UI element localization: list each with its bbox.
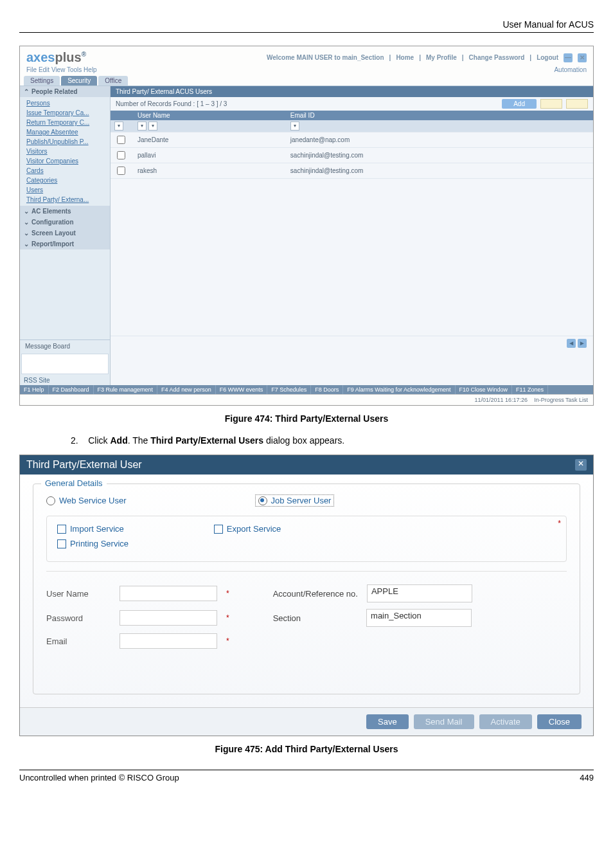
email-input[interactable] xyxy=(120,633,217,649)
third-party-user-dialog: Third Party/External User ✕ General Deta… xyxy=(19,455,594,736)
tab-settings[interactable]: Settings xyxy=(24,76,60,86)
f4-add-person[interactable]: F4 Add new person xyxy=(157,385,216,394)
top-links: Welcome MAIN USER to main_Section | Home… xyxy=(267,53,587,62)
checkbox-export[interactable]: Export Service xyxy=(214,524,281,534)
f10-close[interactable]: F10 Close Window xyxy=(456,385,513,394)
account-input[interactable]: APPLE xyxy=(367,584,472,602)
sidebar-item-visitor-companies[interactable]: Visitor Companies xyxy=(20,156,110,166)
chevron-icon[interactable]: ⌄ xyxy=(24,240,29,248)
radio-web-service[interactable]: Web Service User xyxy=(46,494,127,507)
change-password-link[interactable]: Change Password xyxy=(469,54,525,61)
f9-alarms[interactable]: F9 Alarms Waiting for Acknowledgement xyxy=(343,385,455,394)
username-label: User Name xyxy=(46,589,111,599)
expand-icon[interactable]: ⌃ xyxy=(24,88,29,95)
sidebar-item-publish[interactable]: Publish/Unpublish P... xyxy=(20,137,110,147)
sidebar-item-issue-temp[interactable]: Issue Temporary Ca... xyxy=(20,108,110,118)
timestamp: 11/01/2011 16:17:26 xyxy=(475,397,528,403)
required-icon: * xyxy=(558,519,561,528)
footer-left: Uncontrolled when printed © RISCO Group xyxy=(19,773,179,782)
panel-title: Third Party/ External ACUS Users xyxy=(111,86,593,97)
section-input[interactable]: main_Section xyxy=(366,609,472,627)
col-email[interactable]: Email ID xyxy=(287,111,593,120)
pager-next-icon[interactable]: ► xyxy=(578,339,587,348)
sidebar-section-report[interactable]: Report/Import xyxy=(31,240,74,248)
sidebar-item-absentee[interactable]: Manage Absentee xyxy=(20,127,110,137)
sidebar-header: People Related xyxy=(31,88,78,95)
sidebar-section-ac[interactable]: AC Elements xyxy=(31,208,71,215)
f3-rule[interactable]: F3 Rule management xyxy=(94,385,158,394)
chevron-icon[interactable]: ⌄ xyxy=(24,230,29,237)
filter-username[interactable]: ▾ xyxy=(138,122,147,131)
rss-link[interactable]: RSS Site xyxy=(20,375,110,385)
required-icon: * xyxy=(226,613,229,622)
table-row[interactable]: pallavisachinjindal@testing.com xyxy=(111,148,593,163)
tab-security[interactable]: Security xyxy=(61,76,97,86)
f6-www[interactable]: F6 WWW events xyxy=(216,385,268,394)
username-input[interactable] xyxy=(120,586,217,601)
sidebar-item-third-party[interactable]: Third Party/ Externa... xyxy=(20,195,110,204)
sidebar: ⌃People Related Persons Issue Temporary … xyxy=(20,86,111,385)
send-mail-button[interactable]: Send Mail xyxy=(414,714,474,729)
task-list-link[interactable]: In-Progress Task List xyxy=(534,397,588,403)
checkbox-printing[interactable]: Printing Service xyxy=(57,539,129,548)
dialog-close-icon[interactable]: ✕ xyxy=(575,459,587,471)
close-icon[interactable]: ✕ xyxy=(578,53,587,62)
f7-schedules[interactable]: F7 Schedules xyxy=(267,385,311,394)
pager-prev-icon[interactable]: ◄ xyxy=(567,339,576,348)
sidebar-item-persons[interactable]: Persons xyxy=(20,98,110,108)
save-button[interactable]: Save xyxy=(366,714,409,729)
filter-menu-icon[interactable]: ▾ xyxy=(148,122,157,131)
filter-email[interactable]: ▾ xyxy=(290,122,299,131)
password-input[interactable] xyxy=(120,610,217,626)
home-link[interactable]: Home xyxy=(396,54,414,61)
password-label: Password xyxy=(46,613,111,623)
minimize-icon[interactable]: — xyxy=(564,53,573,62)
row-checkbox[interactable] xyxy=(117,136,125,144)
required-icon: * xyxy=(226,637,229,646)
tab-office[interactable]: Office xyxy=(98,76,128,86)
row-checkbox[interactable] xyxy=(117,167,125,175)
account-label: Account/Reference no. xyxy=(273,589,358,599)
figure-caption-475: Figure 475: Add Third Party/External Use… xyxy=(19,744,594,754)
radio-job-server[interactable]: Job Server User xyxy=(255,494,335,507)
row-checkbox[interactable] xyxy=(117,151,125,159)
f8-doors[interactable]: F8 Doors xyxy=(311,385,343,394)
f2-dashboard[interactable]: F2 Dashboard xyxy=(49,385,94,394)
step-instruction: 2. Click Add. The Third Party/External U… xyxy=(71,435,594,446)
profile-link[interactable]: My Profile xyxy=(426,54,457,61)
message-board-label: Message Board xyxy=(20,339,110,352)
chevron-icon[interactable]: ⌄ xyxy=(24,219,29,226)
sidebar-item-visitors[interactable]: Visitors xyxy=(20,147,110,156)
automation-link[interactable]: Automation xyxy=(554,66,587,73)
page-header: User Manual for ACUS xyxy=(19,19,594,33)
filter-icon[interactable]: ▾ xyxy=(114,122,123,131)
add-button[interactable]: Add xyxy=(502,99,537,109)
sidebar-item-users[interactable]: Users xyxy=(20,185,110,195)
status-bar: F1 Help F2 Dashboard F3 Rule management … xyxy=(20,385,593,394)
toolbar-button-2[interactable] xyxy=(566,99,588,109)
message-board-area xyxy=(21,354,109,374)
activate-button[interactable]: Activate xyxy=(479,714,532,729)
sidebar-item-return-temp[interactable]: Return Temporary C... xyxy=(20,118,110,127)
email-label: Email xyxy=(46,637,111,646)
table-row[interactable]: rakeshsachinjindal@testing.com xyxy=(111,163,593,179)
table-row[interactable]: JaneDantejanedante@nap.com xyxy=(111,132,593,148)
f11-zones[interactable]: F11 Zones xyxy=(512,385,548,394)
close-button[interactable]: Close xyxy=(537,714,582,729)
sidebar-item-cards[interactable]: Cards xyxy=(20,166,110,176)
checkbox-import[interactable]: Import Service xyxy=(57,524,124,534)
page-number: 449 xyxy=(580,773,594,782)
records-count: Number of Records Found : [ 1 – 3 ] / 3 xyxy=(116,100,227,107)
logout-link[interactable]: Logout xyxy=(537,54,558,61)
toolbar-button-1[interactable] xyxy=(540,99,562,109)
chevron-icon[interactable]: ⌄ xyxy=(24,208,29,215)
fieldset-legend: General Details xyxy=(41,478,107,488)
sidebar-section-config[interactable]: Configuration xyxy=(31,219,74,226)
sidebar-item-categories[interactable]: Categories xyxy=(20,176,110,185)
sidebar-section-layout[interactable]: Screen Layout xyxy=(31,230,76,237)
main-panel: Third Party/ External ACUS Users Number … xyxy=(111,86,593,385)
page-footer: Uncontrolled when printed © RISCO Group … xyxy=(19,770,594,782)
f1-help[interactable]: F1 Help xyxy=(20,385,49,394)
app-menu[interactable]: File Edit View Tools Help xyxy=(26,66,97,73)
col-username[interactable]: User Name xyxy=(134,111,287,120)
